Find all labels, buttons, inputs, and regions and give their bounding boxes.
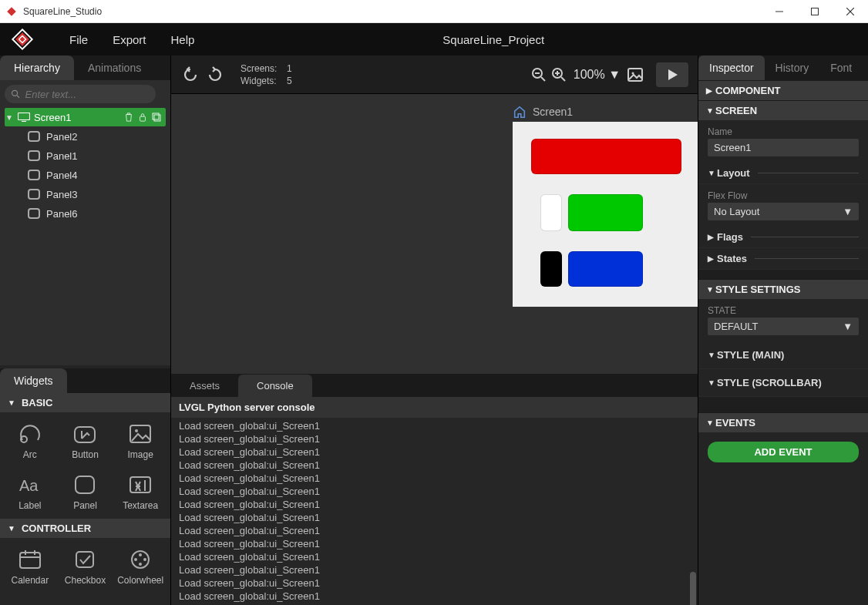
widget-_c[interactable] bbox=[113, 597, 167, 605]
widget-icon bbox=[15, 546, 45, 573]
widget-_b[interactable] bbox=[59, 597, 113, 605]
panel-icon bbox=[28, 131, 40, 142]
svg-point-27 bbox=[139, 553, 142, 556]
svg-rect-2 bbox=[812, 8, 819, 15]
widget-icon bbox=[125, 471, 156, 499]
widget-_a[interactable] bbox=[3, 597, 57, 605]
canvas-panel[interactable] bbox=[531, 139, 681, 174]
widget-icon bbox=[15, 601, 45, 605]
tab-console[interactable]: Console bbox=[238, 375, 312, 397]
widget-arc[interactable]: Arc bbox=[3, 415, 57, 465]
project-title: SquareLine_Project bbox=[130, 33, 857, 46]
tab-font[interactable]: Font bbox=[819, 55, 863, 80]
widget-button[interactable]: Button bbox=[59, 415, 113, 465]
tab-assets[interactable]: Assets bbox=[171, 375, 238, 397]
zoom-level[interactable]: 100% ▼ bbox=[574, 68, 621, 82]
flexflow-select[interactable]: No Layout▼ bbox=[708, 203, 859, 220]
widget-colorwheel[interactable]: Colorwheel bbox=[113, 541, 167, 590]
widget-checkbox[interactable]: Checkbox bbox=[59, 541, 113, 590]
svg-text:Aa: Aa bbox=[19, 477, 39, 494]
state-select[interactable]: DEFAULT▼ bbox=[708, 318, 859, 335]
screen-name-input[interactable] bbox=[708, 139, 859, 156]
widgets-controller-header[interactable]: ▼CONTROLLER bbox=[0, 519, 170, 538]
svg-point-29 bbox=[139, 563, 142, 566]
app-logo-icon bbox=[11, 28, 34, 51]
lock-icon[interactable] bbox=[138, 113, 152, 122]
console-line: Load screen_global:ui_Screen1 bbox=[179, 485, 690, 498]
delete-icon[interactable] bbox=[124, 113, 138, 122]
tree-item[interactable]: Panel4 bbox=[5, 166, 166, 184]
svg-line-45 bbox=[561, 77, 565, 81]
canvas-panel[interactable] bbox=[540, 251, 562, 287]
tree-item[interactable]: Panel2 bbox=[5, 127, 166, 146]
svg-rect-25 bbox=[76, 552, 93, 567]
canvas-area[interactable]: Screen1 bbox=[171, 94, 698, 374]
panel-icon bbox=[28, 150, 40, 161]
section-style-settings[interactable]: ▼STYLE SETTINGS bbox=[698, 279, 868, 299]
monitor-icon bbox=[17, 112, 31, 123]
hierarchy-search-input[interactable] bbox=[25, 89, 150, 100]
canvas-panel[interactable] bbox=[568, 194, 643, 231]
console-line: Load screen_global:ui_Screen1 bbox=[179, 537, 690, 550]
hierarchy-search[interactable] bbox=[5, 85, 156, 103]
svg-line-8 bbox=[17, 96, 19, 98]
subsection-style-main[interactable]: ▼STYLE (MAIN) bbox=[698, 341, 868, 369]
widget-icon bbox=[69, 471, 100, 499]
play-button[interactable] bbox=[656, 62, 688, 87]
tree-item[interactable]: Panel3 bbox=[5, 185, 166, 203]
widget-panel[interactable]: Panel bbox=[59, 466, 113, 516]
tree-root-screen1[interactable]: ▼ Screen1 bbox=[5, 108, 166, 126]
tab-animations[interactable]: Animations bbox=[74, 55, 155, 80]
widget-label[interactable]: AaLabel bbox=[3, 466, 57, 516]
section-component[interactable]: ▶COMPONENT bbox=[698, 80, 868, 100]
svg-rect-11 bbox=[140, 116, 146, 121]
console-line: Load screen_global:ui_Screen1 bbox=[179, 590, 690, 603]
maximize-button[interactable] bbox=[797, 0, 833, 23]
console-line: Load screen_global:ui_Screen1 bbox=[179, 511, 690, 524]
canvas-panel[interactable] bbox=[568, 251, 643, 287]
subsection-states[interactable]: ▶States bbox=[698, 248, 868, 270]
undo-button[interactable] bbox=[180, 65, 200, 85]
section-screen[interactable]: ▼SCREEN bbox=[698, 100, 868, 120]
subsection-style-scrollbar[interactable]: ▼STYLE (SCROLLBAR) bbox=[698, 369, 868, 397]
tree-item[interactable]: Panel1 bbox=[5, 146, 166, 165]
tab-widgets[interactable]: Widgets bbox=[0, 368, 67, 393]
section-events[interactable]: ▼EVENTS bbox=[698, 412, 868, 432]
screen-canvas[interactable] bbox=[513, 122, 698, 307]
close-button[interactable] bbox=[833, 0, 868, 23]
add-event-button[interactable]: ADD EVENT bbox=[708, 442, 859, 462]
console-line: Load screen_global:ui_Screen1 bbox=[179, 576, 690, 590]
subsection-flags[interactable]: ▶Flags bbox=[698, 227, 868, 248]
canvas-panel[interactable] bbox=[540, 194, 562, 231]
console-line: Load screen_global:ui_Screen1 bbox=[179, 445, 690, 459]
tab-inspector[interactable]: Inspector bbox=[698, 55, 765, 80]
widgets-basic-header[interactable]: ▼BASIC bbox=[0, 393, 170, 412]
screen-label[interactable]: Screen1 bbox=[513, 105, 573, 119]
menu-file[interactable]: File bbox=[57, 33, 100, 46]
minimize-button[interactable] bbox=[762, 0, 797, 23]
widget-icon bbox=[125, 546, 156, 573]
svg-rect-12 bbox=[154, 115, 160, 121]
tab-hierarchy[interactable]: Hierarchy bbox=[0, 55, 74, 80]
console-line: Load screen_global:ui_Screen1 bbox=[179, 563, 690, 576]
svg-rect-19 bbox=[76, 476, 94, 493]
console-scrollbar[interactable] bbox=[690, 572, 696, 605]
image-button[interactable] bbox=[625, 65, 645, 85]
canvas-counts: Screens:1 Widgets:5 bbox=[241, 62, 292, 87]
app-icon bbox=[6, 6, 17, 17]
subsection-layout[interactable]: ▼Layout bbox=[698, 163, 868, 184]
zoom-in-button[interactable] bbox=[549, 65, 569, 85]
widget-textarea[interactable]: Textarea bbox=[113, 466, 167, 516]
tab-history[interactable]: History bbox=[765, 55, 820, 80]
redo-button[interactable] bbox=[205, 65, 225, 85]
svg-point-7 bbox=[12, 90, 18, 96]
svg-marker-0 bbox=[7, 7, 16, 16]
widget-image[interactable]: Image bbox=[113, 415, 167, 465]
widget-calendar[interactable]: Calendar bbox=[3, 541, 57, 590]
console-line: Load screen_global:ui_Screen1 bbox=[179, 550, 690, 563]
tree-item[interactable]: Panel6 bbox=[5, 204, 166, 223]
widget-icon bbox=[69, 546, 100, 573]
zoom-out-button[interactable] bbox=[529, 65, 549, 85]
console-output[interactable]: Load screen_global:ui_Screen1Load screen… bbox=[171, 418, 698, 605]
copy-icon[interactable] bbox=[152, 113, 166, 122]
